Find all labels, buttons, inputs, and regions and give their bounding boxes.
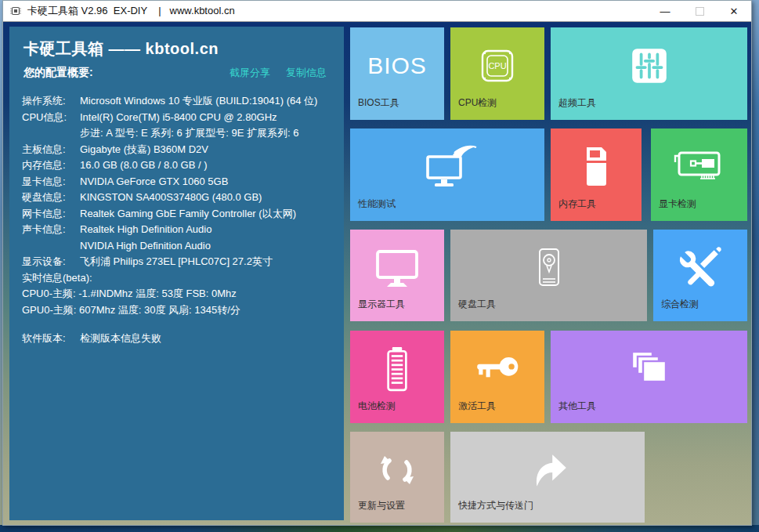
info-label: 显示设备:: [22, 254, 80, 270]
info-label: [22, 125, 80, 142]
key-icon: [450, 342, 544, 396]
tile-label: 电池检测: [358, 400, 396, 413]
tile-performance-test[interactable]: 性能测试: [350, 128, 544, 221]
tile-other-tools[interactable]: 其他工具: [551, 331, 747, 423]
memory-card-icon: [551, 139, 642, 194]
panel-links: 截屏分享复制信息: [230, 66, 331, 80]
tile-label: BIOS工具: [358, 96, 399, 110]
cpu-chip-icon: CPU: [450, 38, 544, 93]
info-line: CPU信息:Intel(R) Core(TM) i5-8400 CPU @ 2.…: [22, 110, 331, 126]
info-label: 内存信息:: [22, 157, 80, 174]
info-line: 网卡信息:Realtek Gaming GbE Family Controlle…: [22, 206, 331, 223]
refresh-icon: [350, 443, 444, 498]
tile-memory-tools[interactable]: 内存工具: [551, 128, 642, 221]
info-value: NVIDIA High Definition Audio: [80, 238, 331, 255]
tile-comprehensive-detect[interactable]: 综合检测: [653, 230, 747, 321]
info-value: Intel(R) Core(TM) i5-8400 CPU @ 2.80GHz: [80, 110, 331, 126]
titlebar: 卡硬工具箱 V2.96 EX-DIY | www.kbtool.cn — ✕: [3, 1, 751, 22]
monitor-pen-icon: [350, 139, 544, 194]
info-value: Realtek High Definition Audio: [80, 222, 331, 238]
info-line: 显示设备:飞利浦 Philips 273EL [PHLC07C] 27.2英寸: [22, 254, 331, 270]
info-line: CPU0-主频: -1.#INDMhz 温度: 53度 FSB: 0Mhz: [22, 286, 331, 302]
info-label: [22, 238, 80, 255]
screenshot-share-link[interactable]: 截屏分享: [230, 66, 270, 80]
tile-label: 综合检测: [661, 298, 699, 311]
info-value: 步进: A 型号: E 系列: 6 扩展型号: 9E 扩展系列: 6: [80, 125, 331, 142]
info-value: Microsoft Windows 10 专业版 (BUILD:19041) (…: [80, 93, 331, 110]
app-icon: [9, 5, 22, 17]
tile-label: CPU检测: [458, 96, 497, 110]
stacked-pages-icon: [551, 342, 747, 396]
curved-arrow-icon: [450, 443, 645, 498]
tile-label: 快捷方式与传送门: [458, 499, 533, 512]
info-value: 飞利浦 Philips 273EL [PHLC07C] 27.2英寸: [80, 254, 331, 270]
tile-overclock-tools[interactable]: 超频工具: [551, 27, 747, 120]
info-value: NVIDIA GeForce GTX 1060 5GB: [80, 174, 331, 190]
app-window: 卡硬工具箱 V2.96 EX-DIY | www.kbtool.cn — ✕ 卡…: [2, 0, 752, 526]
tile-monitor-tools[interactable]: 显示器工具: [350, 230, 444, 321]
window-controls: — ✕: [648, 1, 751, 21]
maximize-button[interactable]: [682, 1, 717, 21]
info-line: 步进: A 型号: E 系列: 6 扩展型号: 9E 扩展系列: 6: [22, 125, 331, 142]
info-value: KINGSTON SA400S37480G (480.0 GB): [80, 190, 331, 206]
battery-icon: [350, 342, 444, 396]
tile-label: 硬盘工具: [458, 298, 496, 311]
maximize-icon: [696, 7, 704, 16]
svg-text:CPU: CPU: [488, 61, 506, 71]
info-line: 实时信息(beta):: [22, 270, 331, 287]
system-info-panel: 卡硬工具箱 —— kbtool.cn 您的配置概要: 截屏分享复制信息 操作系统…: [9, 27, 344, 520]
info-line: 主板信息:Gigabyte (技嘉) B360M D2V: [22, 142, 331, 158]
tile-shortcuts-portal[interactable]: 快捷方式与传送门: [450, 432, 645, 523]
tile-update-settings[interactable]: 更新与设置: [350, 432, 444, 523]
minimize-button[interactable]: —: [648, 1, 682, 21]
info-value: Gigabyte (技嘉) B360M D2V: [80, 142, 331, 158]
info-label: 操作系统:: [22, 93, 80, 110]
info-line: 硬盘信息:KINGSTON SA400S37480G (480.0 GB): [22, 190, 331, 206]
info-label: 软件版本:: [22, 331, 80, 347]
window-title: 卡硬工具箱 V2.96 EX-DIY | www.kbtool.cn: [27, 4, 235, 18]
copy-info-link[interactable]: 复制信息: [286, 66, 327, 80]
info-label: CPU信息:: [22, 110, 80, 126]
panel-subtitle: 您的配置概要:: [23, 66, 93, 80]
tile-label: 更新与设置: [358, 499, 405, 512]
tile-label: 显卡检测: [659, 197, 696, 211]
sliders-icon: [551, 38, 747, 93]
tile-battery-detect[interactable]: 电池检测: [350, 331, 444, 423]
info-value: 16.0 GB (8.0 GB / 8.0 GB / ): [80, 157, 331, 174]
tile-label: 显示器工具: [358, 298, 405, 311]
main-content: 卡硬工具箱 —— kbtool.cn 您的配置概要: 截屏分享复制信息 操作系统…: [3, 22, 751, 525]
info-line: GPU0-主频: 607Mhz 温度: 30度 风扇: 1345转/分: [22, 302, 331, 319]
gpu-card-icon: [651, 139, 747, 194]
tile-bios-tools[interactable]: BIOSBIOS工具: [350, 27, 444, 120]
info-value: Realtek Gaming GbE Family Controller (以太…: [80, 206, 331, 223]
hard-drive-icon: [450, 241, 647, 295]
info-label: 主板信息:: [22, 142, 80, 158]
info-line: 内存信息:16.0 GB (8.0 GB / 8.0 GB / ): [22, 157, 331, 174]
info-label: 网卡信息:: [22, 206, 80, 223]
info-value: 检测版本信息失败: [80, 331, 331, 347]
tile-label: 其他工具: [558, 400, 596, 413]
tile-label: 性能测试: [358, 197, 396, 211]
tile-cpu-detect[interactable]: CPU CPU检测: [450, 27, 544, 120]
info-lines: 操作系统:Microsoft Windows 10 专业版 (BUILD:190…: [22, 93, 331, 347]
info-label: 硬盘信息:: [22, 190, 80, 206]
info-line: 显卡信息:NVIDIA GeForce GTX 1060 5GB: [22, 174, 331, 190]
info-spacer: [22, 318, 331, 331]
info-line: 软件版本:检测版本信息失败: [22, 331, 331, 347]
bios-text-icon: BIOS: [350, 38, 444, 93]
tile-activation-tools[interactable]: 激活工具: [450, 331, 544, 423]
tile-disk-tools[interactable]: 硬盘工具: [450, 230, 647, 321]
tools-cross-icon: [653, 241, 747, 295]
tile-label: 超频工具: [558, 96, 596, 110]
close-button[interactable]: ✕: [717, 1, 751, 21]
monitor-icon: [350, 241, 444, 295]
tile-gpu-detect[interactable]: 显卡检测: [651, 128, 747, 221]
panel-title: 卡硬工具箱 —— kbtool.cn: [23, 38, 331, 60]
info-label: 显卡信息:: [22, 174, 80, 190]
info-label: 声卡信息:: [22, 222, 80, 238]
info-line: NVIDIA High Definition Audio: [22, 238, 331, 255]
info-line: 声卡信息:Realtek High Definition Audio: [22, 222, 331, 238]
desktop-edge-bottom: [0, 525, 759, 532]
tile-label: 内存工具: [558, 197, 596, 211]
info-line: 操作系统:Microsoft Windows 10 专业版 (BUILD:190…: [22, 93, 331, 110]
